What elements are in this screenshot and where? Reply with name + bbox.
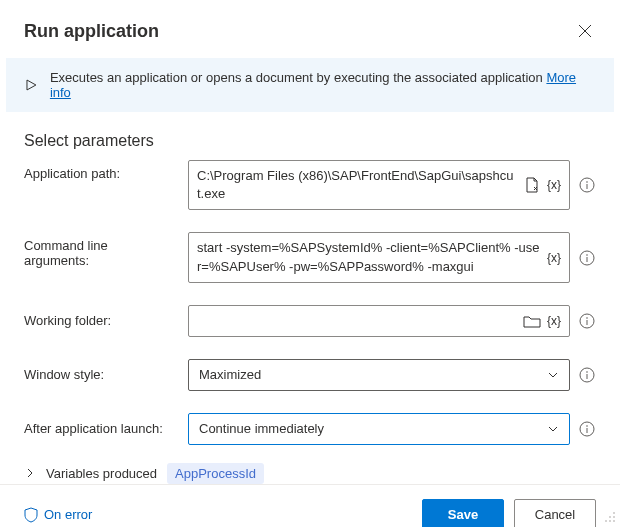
label-cmd-args: Command line arguments: — [24, 232, 174, 268]
svg-point-12 — [613, 516, 615, 518]
svg-point-14 — [609, 520, 611, 522]
close-button[interactable] — [574, 20, 596, 42]
window-style-select[interactable]: Maximized — [188, 359, 570, 391]
info-button[interactable] — [578, 176, 596, 194]
variables-produced-label: Variables produced — [46, 466, 157, 481]
svg-point-9 — [586, 425, 588, 427]
chevron-right-icon — [25, 468, 35, 478]
control-working-folder: {x} — [188, 305, 596, 337]
shield-icon — [24, 507, 38, 523]
cancel-label: Cancel — [535, 507, 575, 522]
control-window-style: Maximized — [188, 359, 596, 391]
folder-picker-button[interactable] — [523, 312, 541, 330]
application-path-input[interactable]: C:\Program Files (x86)\SAP\FrontEnd\SapG… — [188, 160, 570, 210]
variable-token-button[interactable]: {x} — [547, 251, 561, 265]
label-working-folder: Working folder: — [24, 313, 174, 328]
svg-point-3 — [586, 254, 588, 256]
parameters-panel: Application path: C:\Program Files (x86)… — [0, 160, 620, 445]
row-working-folder: Working folder: {x} — [24, 305, 596, 337]
variable-pill[interactable]: AppProcessId — [167, 463, 264, 484]
file-icon — [525, 177, 539, 193]
info-icon — [579, 367, 595, 383]
on-error-link[interactable]: On error — [24, 507, 92, 523]
variables-produced-row[interactable]: Variables produced AppProcessId — [0, 445, 620, 484]
after-launch-value: Continue immediately — [199, 421, 324, 436]
row-application-path: Application path: C:\Program Files (x86)… — [24, 160, 596, 210]
control-after-launch: Continue immediately — [188, 413, 596, 445]
window-style-value: Maximized — [199, 367, 261, 382]
resize-grip-icon[interactable] — [604, 511, 616, 523]
dialog-title: Run application — [24, 21, 159, 42]
control-application-path: C:\Program Files (x86)\SAP\FrontEnd\SapG… — [188, 160, 596, 210]
info-button[interactable] — [578, 366, 596, 384]
variable-token-button[interactable]: {x} — [547, 314, 561, 328]
svg-point-15 — [613, 520, 615, 522]
info-banner: Executes an application or opens a docum… — [6, 58, 614, 112]
svg-point-7 — [586, 371, 588, 373]
label-application-path: Application path: — [24, 160, 174, 181]
footer-buttons: Save Cancel — [422, 499, 596, 527]
file-picker-button[interactable] — [523, 176, 541, 194]
cancel-button[interactable]: Cancel — [514, 499, 596, 527]
run-icon — [24, 78, 38, 92]
cmd-args-value: start -system=%SAPSystemId% -client=%SAP… — [197, 239, 541, 275]
save-label: Save — [448, 507, 478, 522]
info-icon — [579, 313, 595, 329]
info-button[interactable] — [578, 249, 596, 267]
on-error-label: On error — [44, 507, 92, 522]
svg-point-13 — [605, 520, 607, 522]
info-text: Executes an application or opens a docum… — [50, 70, 543, 85]
info-icon — [579, 421, 595, 437]
svg-point-5 — [586, 317, 588, 319]
close-icon — [578, 24, 592, 38]
info-button[interactable] — [578, 312, 596, 330]
save-button[interactable]: Save — [422, 499, 504, 527]
section-title: Select parameters — [0, 112, 620, 160]
svg-point-11 — [609, 516, 611, 518]
row-after-launch: After application launch: Continue immed… — [24, 413, 596, 445]
folder-icon — [523, 314, 541, 328]
cmd-args-input[interactable]: start -system=%SAPSystemId% -client=%SAP… — [188, 232, 570, 282]
expand-chevron[interactable] — [24, 467, 36, 479]
svg-point-10 — [613, 512, 615, 514]
svg-point-1 — [586, 181, 588, 183]
dialog-footer: On error Save Cancel — [0, 484, 620, 527]
after-launch-select[interactable]: Continue immediately — [188, 413, 570, 445]
chevron-down-icon — [547, 423, 559, 435]
info-text-wrap: Executes an application or opens a docum… — [50, 70, 596, 100]
label-window-style: Window style: — [24, 367, 174, 382]
row-cmd-args: Command line arguments: start -system=%S… — [24, 232, 596, 282]
info-icon — [579, 250, 595, 266]
dialog-header: Run application — [0, 0, 620, 58]
info-icon — [579, 177, 595, 193]
row-window-style: Window style: Maximized — [24, 359, 596, 391]
label-after-launch: After application launch: — [24, 421, 174, 436]
application-path-value: C:\Program Files (x86)\SAP\FrontEnd\SapG… — [197, 167, 517, 203]
info-button[interactable] — [578, 420, 596, 438]
chevron-down-icon — [547, 369, 559, 381]
variable-token-button[interactable]: {x} — [547, 178, 561, 192]
working-folder-input[interactable]: {x} — [188, 305, 570, 337]
control-cmd-args: start -system=%SAPSystemId% -client=%SAP… — [188, 232, 596, 282]
